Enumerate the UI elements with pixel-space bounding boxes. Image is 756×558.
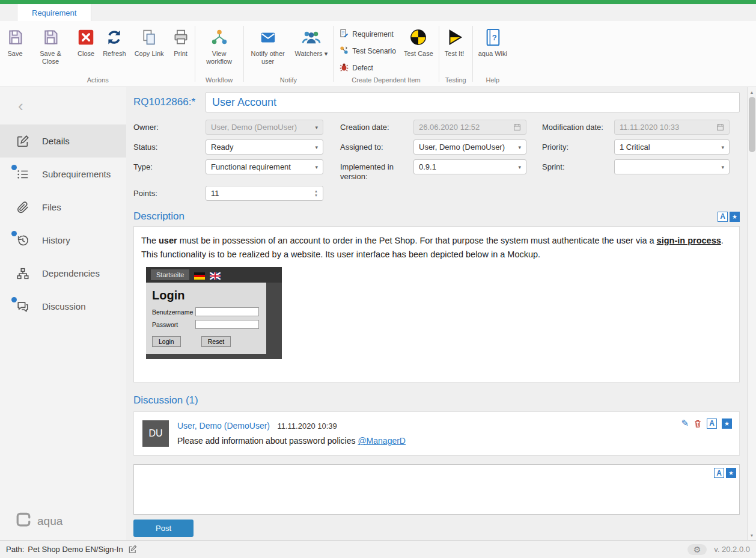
sidebar-item-history[interactable]: History — [0, 224, 126, 257]
create-defect-label: Defect — [352, 64, 373, 72]
title-input[interactable]: User Account — [206, 92, 740, 112]
ribbon-separator — [195, 26, 195, 82]
copy-link-button[interactable]: Copy Link — [130, 25, 168, 60]
description-heading: Description — [133, 210, 184, 222]
tab-bar: Requirement — [0, 4, 756, 21]
stepper-arrows[interactable]: ▲▼ — [314, 189, 318, 198]
implemented-in-version-select[interactable]: 0.9.1▾ — [413, 159, 526, 174]
ribbon-separator — [439, 26, 439, 82]
scroll-down-icon[interactable]: ▼ — [750, 532, 754, 539]
edit-path-icon[interactable] — [128, 545, 137, 554]
discussion-comment: DU User, Demo (DemoUser) 11.11.2020 10:3… — [133, 411, 740, 456]
save-icon — [7, 27, 23, 48]
test-scenario-icon — [340, 46, 349, 57]
mention-link[interactable]: @ManagerD — [358, 436, 406, 446]
creation-date-field[interactable]: 26.06.2020 12:52 — [413, 120, 526, 135]
comment-timestamp: 11.11.2020 10:39 — [277, 422, 337, 431]
defect-bug-icon — [340, 63, 349, 73]
print-button[interactable]: Print — [168, 25, 194, 60]
new-comment-input[interactable] — [134, 465, 739, 514]
format-font-icon[interactable]: A — [707, 419, 717, 429]
save-and-close-button[interactable]: Save & Close — [28, 25, 73, 67]
sidebar-item-subrequirements[interactable]: Subrequirements — [0, 158, 126, 191]
save-button[interactable]: Save — [2, 25, 28, 60]
sidebar-item-details[interactable]: Details — [0, 124, 126, 158]
close-icon — [78, 27, 94, 48]
print-label: Print — [174, 50, 187, 58]
chevron-down-icon: ▾ — [311, 124, 318, 130]
print-icon — [172, 27, 189, 48]
tab-requirement[interactable]: Requirement — [17, 4, 91, 21]
aqua-wiki-button[interactable]: ? aqua Wiki — [474, 25, 511, 60]
chevron-down-icon: ▾ — [311, 164, 318, 170]
sidebar-item-discussion[interactable]: Discussion — [0, 290, 126, 323]
stepper-up-icon: ▲ — [314, 189, 318, 194]
notify-other-user-button[interactable]: Notify other user — [245, 25, 291, 67]
type-label: Type: — [133, 159, 206, 172]
scroll-up-icon[interactable]: ▲ — [750, 88, 754, 96]
copy-link-label: Copy Link — [135, 50, 164, 58]
close-button[interactable]: Close — [73, 25, 99, 60]
sidebar: ‹ Details Subrequirements Files — [0, 87, 126, 540]
create-defect-button[interactable]: Defect — [340, 63, 396, 73]
notification-badge — [11, 297, 17, 302]
sidebar-collapse-button[interactable]: ‹ — [0, 87, 126, 124]
envelope-icon — [259, 27, 277, 48]
ribbon-group-label-actions: Actions — [2, 75, 194, 87]
owner-select[interactable]: User, Demo (DemoUser)▾ — [206, 120, 323, 135]
post-button[interactable]: Post — [133, 520, 194, 537]
ribbon-separator — [333, 26, 334, 82]
ribbon-group-testing: Test It! Testing — [440, 21, 471, 87]
comment-author-link[interactable]: User, Demo (DemoUser) — [177, 421, 270, 431]
create-test-case-button[interactable]: Test Case — [400, 25, 437, 60]
description-editor[interactable]: The user must be in possession of an acc… — [133, 226, 740, 382]
aqua-logo-icon — [16, 512, 31, 530]
calendar-icon — [513, 123, 521, 131]
calendar-icon — [716, 123, 724, 131]
sprint-select[interactable]: ▾ — [614, 159, 730, 174]
delete-comment-icon[interactable] — [694, 419, 702, 428]
creation-date-label: Creation date: — [340, 120, 413, 132]
settings-button[interactable]: ⚙ — [687, 544, 707, 555]
scrollbar-thumb[interactable] — [749, 97, 755, 152]
test-it-icon — [445, 27, 463, 48]
sign-in-process-text: sign-in process — [657, 236, 721, 245]
status-select[interactable]: Ready▾ — [206, 140, 323, 155]
save-and-close-label: Save & Close — [32, 50, 69, 66]
format-star-icon[interactable]: ★ — [722, 419, 732, 429]
edit-comment-icon[interactable]: ✎ — [681, 418, 689, 429]
refresh-button[interactable]: Refresh — [99, 25, 130, 60]
assigned-to-select[interactable]: User, Demo (DemoUser)▾ — [413, 140, 526, 155]
mockup-username-label: Benutzername — [152, 308, 195, 316]
priority-label: Priority: — [542, 140, 614, 152]
points-stepper[interactable]: 11 ▲▼ — [206, 186, 323, 201]
sidebar-item-dependencies[interactable]: Dependencies — [0, 257, 126, 290]
view-workflow-button[interactable]: View workflow — [197, 25, 242, 67]
refresh-icon — [106, 27, 123, 48]
ribbon-group-label-workflow: Workflow — [197, 75, 242, 87]
priority-select[interactable]: 1 Critical▾ — [614, 140, 730, 155]
create-test-scenario-button[interactable]: Test Scenario — [340, 46, 396, 57]
wiki-book-icon: ? — [484, 27, 501, 48]
vertical-scrollbar[interactable]: ▲ ▼ — [747, 87, 756, 540]
sidebar-item-subrequirements-label: Subrequirements — [42, 169, 111, 179]
list-icon — [16, 167, 30, 182]
ribbon-separator — [243, 26, 244, 82]
mockup-password-label: Passwort — [152, 321, 195, 328]
type-select[interactable]: Functional requirement▾ — [206, 159, 323, 174]
format-font-icon[interactable]: A — [714, 468, 724, 478]
format-star-icon[interactable]: ★ — [726, 468, 736, 478]
sidebar-item-details-label: Details — [42, 136, 70, 146]
assigned-to-label: Assigned to: — [340, 140, 413, 152]
requirement-id: RQ1012866:* — [133, 96, 206, 108]
test-it-button[interactable]: Test It! — [440, 25, 468, 60]
sidebar-item-files[interactable]: Files — [0, 191, 126, 224]
format-font-icon[interactable]: A — [718, 212, 728, 222]
create-requirement-label: Requirement — [352, 30, 394, 38]
chat-bubbles-icon — [16, 299, 30, 314]
create-requirement-button[interactable]: Requirement — [340, 29, 396, 40]
format-star-icon[interactable]: ★ — [730, 212, 740, 222]
status-label: Status: — [133, 140, 206, 152]
modification-date-field[interactable]: 11.11.2020 10:33 — [614, 120, 730, 135]
watchers-button[interactable]: Watchers ▾ — [291, 25, 332, 60]
